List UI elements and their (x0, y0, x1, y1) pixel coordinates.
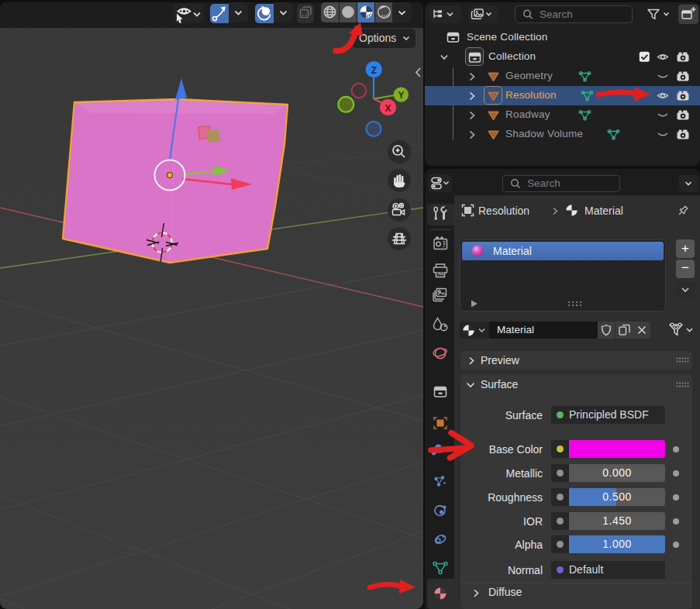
svg-text:Z: Z (371, 65, 377, 76)
svg-text:Y: Y (398, 90, 404, 101)
svg-text:X: X (385, 103, 391, 114)
